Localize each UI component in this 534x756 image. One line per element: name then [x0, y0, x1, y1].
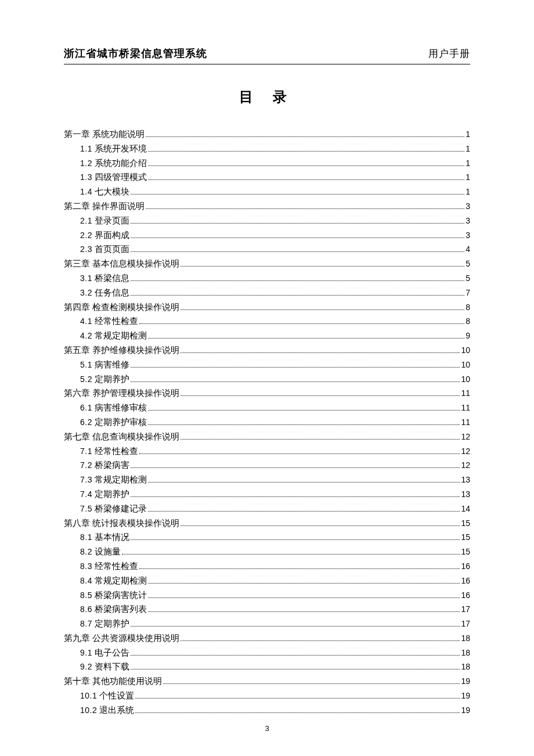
toc-entry-page: 17	[461, 617, 470, 631]
toc-entry-text: 任务信息	[95, 288, 129, 297]
toc-entry-label: 4.2常规定期检测	[80, 329, 147, 343]
toc-entry: 7.1经常性检查12	[64, 444, 470, 459]
toc-entry-page: 16	[461, 560, 470, 574]
toc-entry: 2.2界面构成3	[64, 228, 470, 243]
toc-entry: 第一章 系统功能说明1	[64, 127, 470, 142]
toc-entry-number: 1.2	[80, 159, 92, 168]
toc-entry-page: 18	[461, 632, 470, 646]
toc-entry-text: 系统开发环境	[95, 144, 147, 153]
toc-leader-dots	[163, 683, 460, 684]
toc-entry: 9.2资料下载18	[64, 660, 470, 674]
toc-entry-number: 7.1	[80, 447, 92, 456]
toc-entry-text: 第三章 基本信息模块操作说明	[64, 259, 179, 268]
toc-leader-dots	[148, 165, 464, 166]
toc-entry-label: 3.1桥梁信息	[80, 271, 129, 286]
toc-entry-page: 10	[461, 373, 470, 387]
toc-entry-label: 9.2资料下载	[80, 660, 129, 674]
toc-entry-page: 13	[461, 488, 470, 502]
toc-leader-dots	[131, 194, 464, 195]
toc-entry-text: 界面构成	[95, 231, 129, 240]
toc-leader-dots	[146, 136, 465, 137]
toc-entry-text: 桥梁病害	[95, 460, 129, 470]
toc-entry-number: 9.2	[80, 662, 92, 671]
toc-entry-number: 10.2	[80, 705, 97, 715]
toc-entry-page: 3	[466, 214, 470, 228]
toc-entry-page: 5	[466, 257, 470, 271]
toc-entry-number: 4.2	[80, 331, 92, 340]
toc-entry: 8.4常规定期检测16	[64, 574, 470, 588]
toc-leader-dots	[131, 295, 464, 296]
toc-entry-text: 桥梁病害列表	[95, 604, 147, 614]
toc-entry-page: 11	[461, 387, 470, 401]
toc-entry: 7.4定期养护13	[64, 487, 470, 502]
toc-entry-label: 7.4定期养护	[80, 487, 129, 502]
toc-leader-dots	[131, 367, 460, 368]
toc-entry-number: 8.2	[80, 547, 92, 556]
table-of-contents: 第一章 系统功能说明11.1系统开发环境11.2系统功能介绍11.3四级管理模式…	[64, 127, 470, 718]
toc-entry-text: 第一章 系统功能说明	[64, 129, 145, 139]
toc-entry-label: 8.6桥梁病害列表	[80, 602, 147, 617]
toc-entry-label: 4.1经常性检查	[80, 314, 138, 329]
toc-entry-page: 15	[461, 531, 470, 545]
toc-entry: 2.1登录页面3	[64, 214, 470, 228]
toc-entry-page: 15	[461, 517, 470, 531]
toc-entry-text: 病害维修审核	[95, 403, 147, 412]
toc-entry: 第十章 其他功能使用说明19	[64, 674, 470, 689]
toc-entry-page: 10	[461, 358, 470, 372]
toc-entry-page: 19	[461, 675, 470, 689]
toc-heading: 目 录	[64, 88, 470, 106]
toc-entry: 6.2定期养护审核11	[64, 415, 470, 430]
toc-entry-number: 7.4	[80, 489, 92, 499]
toc-entry-page: 9	[466, 329, 470, 343]
toc-entry-page: 11	[461, 416, 470, 430]
toc-entry-label: 7.2桥梁病害	[80, 458, 129, 473]
toc-entry: 第四章 检查检测模块操作说明8	[64, 300, 470, 315]
toc-entry: 10.2退出系统19	[64, 703, 470, 718]
toc-entry-text: 第九章 公共资源模块使用说明	[64, 633, 179, 643]
toc-entry-label: 第十章 其他功能使用说明	[64, 674, 162, 689]
toc-entry: 7.5桥梁修建记录14	[64, 502, 470, 516]
toc-entry-text: 经常性检查	[95, 447, 138, 456]
toc-entry-label: 第四章 检查检测模块操作说明	[64, 300, 179, 315]
toc-entry-text: 七大模块	[95, 187, 129, 196]
toc-entry-page: 1	[466, 128, 470, 142]
toc-leader-dots	[131, 496, 460, 497]
toc-leader-dots	[131, 655, 460, 656]
toc-entry-page: 11	[461, 401, 470, 415]
toc-entry-page: 12	[461, 430, 470, 444]
toc-entry: 3.2任务信息7	[64, 286, 470, 300]
toc-leader-dots	[146, 208, 465, 209]
toc-entry: 8.6桥梁病害列表17	[64, 602, 470, 617]
toc-entry: 8.7定期养护17	[64, 617, 470, 631]
toc-leader-dots	[181, 525, 460, 526]
toc-entry-text: 系统功能介绍	[95, 159, 147, 168]
toc-leader-dots	[131, 237, 464, 238]
toc-leader-dots	[148, 424, 460, 425]
toc-entry-page: 19	[461, 704, 470, 718]
toc-entry-text: 常规定期检测	[95, 475, 147, 484]
toc-entry-text: 常规定期检测	[95, 331, 147, 340]
toc-entry-page: 17	[461, 603, 470, 617]
toc-entry-label: 7.3常规定期检测	[80, 473, 147, 487]
toc-entry-label: 8.2设施量	[80, 545, 121, 559]
toc-entry-page: 8	[466, 315, 470, 329]
toc-entry-text: 定期养护	[95, 489, 129, 499]
toc-entry-text: 第四章 检查检测模块操作说明	[64, 303, 179, 312]
toc-entry-label: 10.2退出系统	[80, 703, 134, 718]
toc-entry-label: 8.7定期养护	[80, 617, 129, 631]
toc-entry: 5.1病害维修10	[64, 358, 470, 372]
toc-entry-label: 2.3首页页面	[80, 242, 129, 257]
toc-entry-page: 14	[461, 502, 470, 516]
toc-leader-dots	[122, 554, 460, 555]
toc-entry-label: 第六章 养护管理模块操作说明	[64, 386, 179, 401]
toc-entry-number: 2.2	[80, 231, 92, 240]
toc-entry: 1.4七大模块1	[64, 185, 470, 199]
toc-entry-number: 1.4	[80, 187, 92, 196]
toc-entry-number: 4.1	[80, 316, 92, 326]
toc-entry-page: 3	[466, 229, 470, 243]
toc-entry-text: 常规定期检测	[95, 576, 147, 585]
toc-entry-text: 定期养护	[95, 619, 129, 628]
toc-entry: 10.1个性设置19	[64, 689, 470, 703]
toc-entry-text: 桥梁病害统计	[95, 591, 147, 600]
toc-entry: 第九章 公共资源模块使用说明18	[64, 631, 470, 646]
